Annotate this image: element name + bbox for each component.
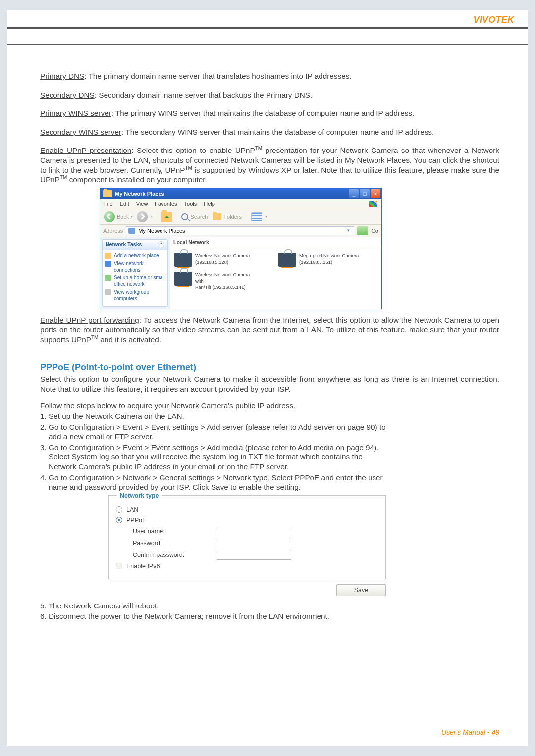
primary-wins-label: Primary WINS server [40, 109, 111, 117]
menu-file[interactable]: File [104, 201, 113, 207]
camera-item-1[interactable]: Wireless Network Camera (192.168.5.128) [174, 253, 259, 267]
task-label-2: Set up a home or small office network [114, 275, 165, 288]
primary-dns-text: : The primary domain name server that tr… [84, 72, 351, 80]
lan-radio[interactable] [116, 506, 122, 513]
toolbar-sep-3 [247, 212, 247, 222]
back-button[interactable]: Back ▾ [103, 211, 134, 223]
window-titlebar[interactable]: My Network Places _ □ × [100, 188, 381, 199]
pppoe-intro: Select this option to configure your Net… [40, 374, 499, 394]
minimize-button[interactable]: _ [349, 189, 359, 198]
windows-flag-icon [369, 201, 377, 207]
menu-view[interactable]: View [136, 201, 148, 207]
secondary-dns-def: Secondary DNS: Secondary domain name ser… [40, 90, 499, 100]
camera-icon [174, 253, 192, 267]
menu-edit[interactable]: Edit [120, 201, 129, 207]
pppoe-step-2: 2. Go to Configuration > Event > Event s… [40, 422, 499, 442]
secondary-wins-def: Secondary WINS server: The secondary WIN… [40, 127, 499, 137]
folders-label: Folders [223, 213, 242, 220]
views-button[interactable] [251, 212, 262, 221]
lan-label: LAN [126, 506, 138, 514]
network-tasks-box: Network Tasks ⌃ Add a network place View… [102, 239, 168, 307]
pppoe-step-6: 6. Disconnect the power to the Network C… [40, 611, 499, 621]
network-tasks-title: Network Tasks [106, 241, 142, 248]
task-pane: Network Tasks ⌃ Add a network place View… [100, 237, 170, 309]
address-label: Address [103, 227, 123, 234]
folders-icon [213, 213, 221, 220]
network-tasks-list: Add a network place View network connect… [103, 250, 167, 306]
task-view-workgroup[interactable]: View workgroup computers [105, 289, 165, 302]
go-button[interactable]: → [357, 226, 368, 235]
up-button[interactable] [161, 212, 172, 222]
page-footer: User's Manual - 49 [441, 728, 499, 736]
explorer-body: Network Tasks ⌃ Add a network place View… [100, 237, 381, 309]
primary-wins-def: Primary WINS server: The primary WINS se… [40, 108, 499, 118]
camera-1-label: Wireless Network Camera (192.168.5.128) [195, 253, 250, 265]
search-label: Search [190, 213, 208, 220]
network-type-form: Network type LAN PPPoE User name: [108, 495, 386, 596]
menu-favorites[interactable]: Favorites [155, 201, 177, 207]
task-label-3: View workgroup computers [114, 289, 165, 302]
search-button[interactable]: Search [180, 213, 209, 221]
upnp-presentation-def: Enable UPnP presentation: Select this op… [40, 146, 499, 185]
address-dropdown-icon[interactable]: ▾ [345, 227, 352, 235]
folders-button[interactable]: Folders [212, 213, 243, 221]
password-input[interactable] [217, 539, 291, 548]
network-type-fieldset: Network type LAN PPPoE User name: [108, 495, 386, 579]
page-header-band: VIVOTEK [7, 10, 528, 42]
pppoe-option-row[interactable]: PPPoE [116, 516, 378, 524]
username-input[interactable] [217, 527, 291, 536]
network-places-icon [128, 228, 135, 234]
confirm-password-input[interactable] [217, 551, 291, 560]
back-icon [104, 211, 115, 222]
camera-item-2[interactable]: Mega-pixel Network Camera (192.168.5.151… [278, 253, 377, 267]
confirm-password-label: Confirm password: [133, 551, 217, 559]
workgroup-icon [105, 289, 111, 295]
task-view-connections[interactable]: View network connections [105, 261, 165, 274]
local-network-pane: Local Network Wireless Network Camera (1… [170, 237, 381, 309]
secondary-dns-label: Secondary DNS [40, 91, 95, 99]
camera-2-label: Mega-pixel Network Camera (192.168.5.151… [299, 253, 377, 265]
close-button[interactable]: × [371, 189, 380, 198]
password-label: Password: [133, 539, 217, 547]
upnp-fwd-label: Enable UPnP port forwarding [40, 316, 139, 324]
save-button[interactable]: Save [336, 584, 386, 596]
camera-item-3[interactable]: Wireless Network Camera with Pan/Tilt (1… [174, 272, 259, 290]
camera-icons-row2: Wireless Network Camera with Pan/Tilt (1… [170, 272, 381, 295]
address-input[interactable]: My Network Places ▾ [126, 226, 354, 235]
confirm-password-row: Confirm password: [116, 551, 378, 560]
enable-ipv6-checkbox[interactable] [116, 563, 122, 569]
go-label: Go [371, 227, 378, 234]
menu-tools[interactable]: Tools [184, 201, 197, 207]
tm-3: TM [60, 175, 67, 180]
task-setup-network[interactable]: Set up a home or small office network [105, 275, 165, 288]
pppoe-step-5: 5. The Network Camera will reboot. [40, 601, 499, 611]
toolbar-sep-2 [176, 212, 176, 222]
primary-wins-text: : The primary WINS server that maintains… [111, 109, 415, 117]
pppoe-radio[interactable] [116, 517, 122, 523]
address-bar: Address My Network Places ▾ → Go [100, 225, 381, 237]
maximize-button[interactable]: □ [360, 189, 370, 198]
camera-1-line2: (192.168.5.128) [195, 259, 228, 265]
collapse-icon[interactable]: ⌃ [158, 241, 164, 248]
brand-name: VIVOTEK [473, 15, 514, 25]
primary-dns-label: Primary DNS [40, 72, 84, 80]
forward-button[interactable] [137, 211, 148, 222]
pppoe-follow-line: Follow the steps below to acquire your N… [40, 401, 499, 411]
username-row: User name: [116, 527, 378, 536]
username-label: User name: [133, 527, 217, 535]
toolbar: Back ▾ ▾ Search Folders ▾ [100, 209, 381, 225]
secondary-wins-label: Secondary WINS server [40, 128, 121, 136]
camera-3-line1: Wireless Network Camera with [195, 272, 250, 283]
pppoe-steps-list: Follow the steps below to acquire your N… [40, 401, 499, 492]
menu-bar: File Edit View Favorites Tools Help [100, 199, 381, 209]
task-add-network-place[interactable]: Add a network place [105, 253, 165, 259]
menu-help[interactable]: Help [204, 201, 215, 207]
window-controls: _ □ × [349, 188, 381, 199]
tm-4: TM [91, 335, 98, 340]
network-tasks-header[interactable]: Network Tasks ⌃ [103, 240, 167, 250]
ipv6-row[interactable]: Enable IPv6 [116, 562, 378, 570]
lan-option-row[interactable]: LAN [116, 506, 378, 514]
camera-icon [174, 272, 192, 286]
task-label-0: Add a network place [114, 253, 159, 259]
upnp-fwd-b: and it is activated. [98, 335, 161, 344]
